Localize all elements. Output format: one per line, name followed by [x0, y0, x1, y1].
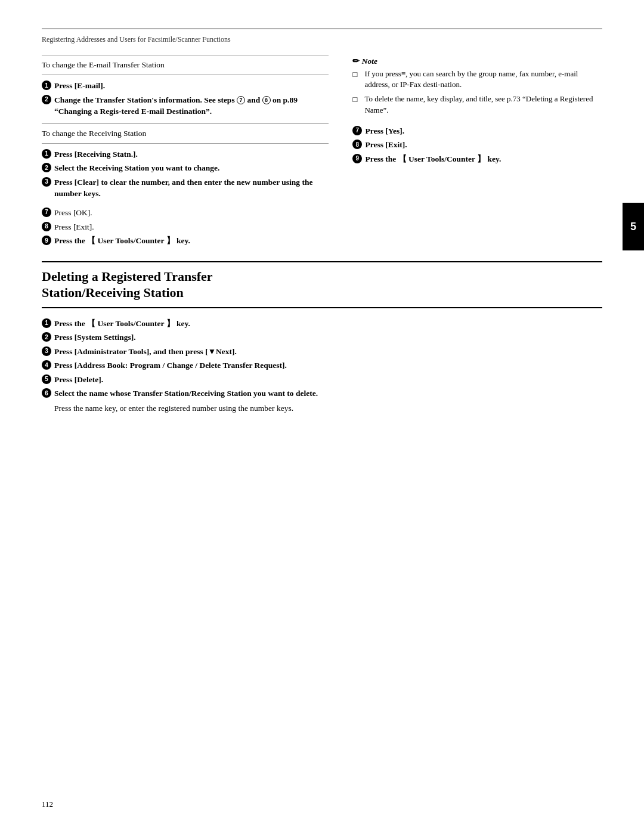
note-item-2: □ To delete the name, key display, and t…	[352, 94, 602, 115]
right-step-9: 9 Press the 【 User Tools/Counter 】 key.	[352, 153, 602, 165]
right-step-8: 8 Press [Exit].	[352, 139, 602, 151]
left-step-9: 9 Press the 【 User Tools/Counter 】 key.	[42, 235, 329, 247]
bottom-step-1-content: Press the 【 User Tools/Counter 】 key.	[54, 318, 602, 330]
email-transfer-title: To change the E-mail Transfer Station	[42, 60, 329, 70]
left-step-7: 7 Press [OK].	[42, 207, 329, 219]
bottom-step-5: 5 Press [Delete].	[42, 374, 602, 386]
note-bullet-2: □	[352, 95, 362, 104]
note-text-1: If you press≡, you can search by the gro…	[364, 69, 602, 90]
two-column-layout: To change the E-mail Transfer Station 1 …	[42, 50, 602, 249]
step-num-1-recv: 1	[42, 149, 51, 159]
email-transfer-section: To change the E-mail Transfer Station 1 …	[42, 55, 329, 117]
section-title: Deleting a Registered Transfer Station/R…	[42, 268, 602, 301]
note-item-1: □ If you press≡, you can search by the g…	[352, 69, 602, 90]
email-step-1-content: Press [E-mail].	[54, 80, 329, 92]
bottom-step-6-content: Select the name whose Transfer Station/R…	[54, 388, 602, 414]
email-step-2-content: Change the Transfer Station's informatio…	[54, 94, 329, 117]
left-step-8-content: Press [Exit].	[54, 221, 329, 233]
recv-step-2-content: Select the Receiving Station you want to…	[54, 162, 329, 174]
shared-steps-right: 7 Press [Yes]. 8 Press [Exit]. 9 Press t…	[352, 125, 602, 165]
right-step-num-7: 7	[352, 126, 362, 135]
bottom-step-1: 1 Press the 【 User Tools/Counter 】 key.	[42, 318, 602, 330]
page-number: 112	[42, 800, 53, 809]
header-line	[42, 29, 602, 33]
section-title-box: Deleting a Registered Transfer Station/R…	[42, 261, 602, 308]
bottom-step-2-content: Press [System Settings].	[54, 332, 602, 343]
right-column: ✏ Note □ If you press≡, you can search b…	[346, 50, 602, 249]
bottom-step-num-1: 1	[42, 318, 51, 328]
section-divider-email	[42, 55, 329, 55]
step-num-2-email: 2	[42, 95, 51, 104]
step-num-2-recv: 2	[42, 163, 51, 172]
bottom-step-num-2: 2	[42, 332, 51, 342]
right-step-9-content: Press the 【 User Tools/Counter 】 key.	[365, 153, 602, 165]
left-step-num-7: 7	[42, 208, 51, 217]
receiving-station-section: To change the Receiving Station 1 Press …	[42, 123, 329, 200]
section-divider-recv2	[42, 143, 329, 144]
step-num-1-email: 1	[42, 80, 51, 90]
bottom-step-num-5: 5	[42, 374, 51, 384]
recv-step-1-content: Press [Receiving Statn.].	[54, 148, 329, 160]
right-step-num-9: 9	[352, 154, 362, 163]
shared-steps-left: 7 Press [OK]. 8 Press [Exit]. 9 Press th…	[42, 207, 329, 247]
right-step-7-content: Press [Yes].	[365, 125, 602, 137]
bottom-step-6: 6 Select the name whose Transfer Station…	[42, 388, 602, 414]
left-step-7-content: Press [OK].	[54, 207, 329, 219]
recv-step-2: 2 Select the Receiving Station you want …	[42, 162, 329, 174]
bottom-step-3: 3 Press [Administrator Tools], and then …	[42, 346, 602, 358]
note-bullet-1: □	[352, 70, 362, 79]
bottom-step-num-6: 6	[42, 388, 51, 398]
left-step-num-9: 9	[42, 236, 51, 245]
bottom-step-4-content: Press [Address Book: Program / Change / …	[54, 360, 602, 371]
right-step-8-content: Press [Exit].	[365, 139, 602, 151]
bottom-step-2: 2 Press [System Settings].	[42, 332, 602, 343]
bottom-step-num-4: 4	[42, 360, 51, 370]
chapter-marker: 5	[623, 203, 644, 250]
page: Registering Addresses and Users for Facs…	[0, 0, 644, 833]
section-divider-email2	[42, 75, 329, 75]
bottom-step-num-3: 3	[42, 346, 51, 356]
section-divider-recv	[42, 123, 329, 124]
bottom-steps: 1 Press the 【 User Tools/Counter 】 key. …	[42, 318, 602, 414]
bottom-step-5-content: Press [Delete].	[54, 374, 602, 386]
left-step-num-8: 8	[42, 222, 51, 231]
note-title: ✏ Note	[352, 56, 602, 66]
left-step-8: 8 Press [Exit].	[42, 221, 329, 233]
note-box: ✏ Note □ If you press≡, you can search b…	[352, 56, 602, 116]
bottom-step-4: 4 Press [Address Book: Program / Change …	[42, 360, 602, 371]
header-text: Registering Addresses and Users for Facs…	[42, 35, 602, 44]
left-step-9-content: Press the 【 User Tools/Counter 】 key.	[54, 235, 329, 247]
right-step-num-8: 8	[352, 140, 362, 149]
recv-step-1: 1 Press [Receiving Statn.].	[42, 148, 329, 160]
bottom-step-3-content: Press [Administrator Tools], and then pr…	[54, 346, 602, 358]
receiving-station-title: To change the Receiving Station	[42, 129, 329, 138]
right-step-7: 7 Press [Yes].	[352, 125, 602, 137]
email-step-1: 1 Press [E-mail].	[42, 80, 329, 92]
email-step-2: 2 Change the Transfer Station's informat…	[42, 94, 329, 117]
left-column: To change the E-mail Transfer Station 1 …	[42, 50, 329, 249]
note-text-2: To delete the name, key display, and tit…	[364, 94, 602, 115]
recv-step-3-content: Press [Clear] to clear the number, and t…	[54, 176, 329, 200]
step-num-3-recv: 3	[42, 177, 51, 187]
recv-step-3: 3 Press [Clear] to clear the number, and…	[42, 176, 329, 200]
